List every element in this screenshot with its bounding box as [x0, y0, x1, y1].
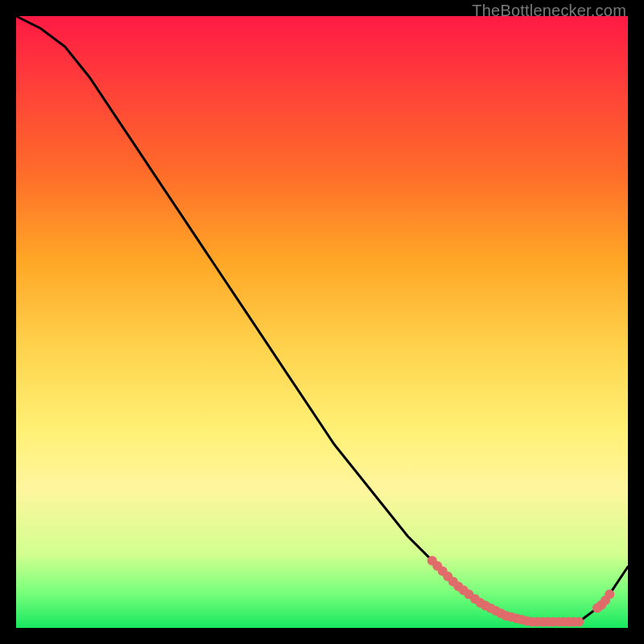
highlight-dot [574, 617, 584, 626]
chart-svg [16, 16, 628, 628]
chart-frame: TheBottlenecker.com [0, 0, 644, 644]
attribution-text: TheBottlenecker.com [472, 2, 626, 20]
highlight-dot [605, 589, 614, 599]
curve-line [16, 16, 628, 621]
plot-area [16, 16, 628, 628]
